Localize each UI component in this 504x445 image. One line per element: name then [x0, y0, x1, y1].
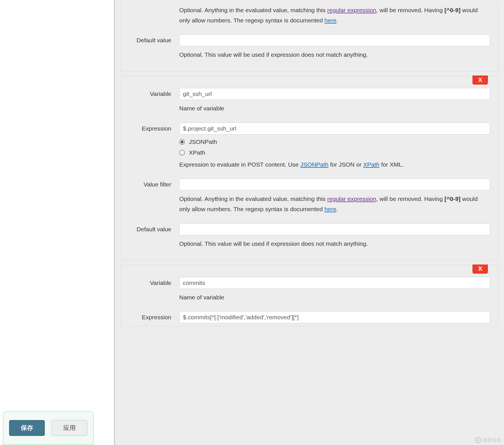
default-value-row: Default value Optional. This value will … [129, 34, 490, 60]
variable-help: Name of variable [179, 292, 490, 303]
expression-help: Expression to evaluate in POST content. … [179, 159, 490, 170]
variable-row: Variable Name of variable [129, 277, 490, 303]
regex-docs-link[interactable]: here [324, 206, 336, 212]
variable-input[interactable] [179, 277, 490, 289]
sidebar: 保存 应用 [0, 0, 115, 445]
radio-icon [179, 139, 185, 145]
delete-block-button[interactable]: X [473, 75, 488, 85]
save-button[interactable]: 保存 [9, 420, 45, 436]
xpath-radio-label: XPath [189, 149, 205, 156]
expression-label: Expression [129, 123, 179, 135]
variable-row: Variable Name of variable [129, 88, 490, 114]
variable-label: Variable [129, 88, 179, 100]
default-value-help: Optional. This value will be used if exp… [179, 239, 490, 249]
value-filter-row: Optional. Anything in the evaluated valu… [129, 2, 490, 25]
jsonpath-link[interactable]: JSONPath [300, 161, 328, 168]
expression-row: Expression [129, 311, 490, 323]
variable-block-2: X Variable Name of variable Expression [121, 265, 498, 327]
default-value-row: Default value Optional. This value will … [129, 223, 490, 249]
apply-button[interactable]: 应用 [52, 420, 87, 436]
variable-block-1: X Variable Name of variable Expression J… [121, 76, 498, 260]
variable-help: Name of variable [179, 103, 490, 114]
jsonpath-radio-label: JSONPath [189, 138, 217, 145]
expression-label: Expression [129, 311, 179, 323]
value-filter-help: Optional. Anything in the evaluated valu… [179, 194, 490, 214]
value-filter-row: Value filter Optional. Anything in the e… [129, 179, 490, 214]
variable-block-0: Optional. Anything in the evaluated valu… [121, 2, 498, 72]
radio-icon [179, 150, 185, 156]
expression-input[interactable] [179, 123, 490, 135]
value-filter-input[interactable] [179, 179, 490, 190]
expression-row: Expression JSONPath XPath Expression to … [129, 123, 490, 170]
default-value-input[interactable] [179, 34, 490, 46]
jsonpath-radio-row[interactable]: JSONPath [179, 138, 490, 145]
regular-expression-link[interactable]: regular expression [327, 196, 376, 202]
default-value-label: Default value [129, 34, 179, 46]
regular-expression-link[interactable]: regular expression [327, 7, 376, 13]
default-value-help: Optional. This value will be used if exp… [179, 50, 490, 60]
value-filter-label: Value filter [129, 179, 179, 190]
expression-input[interactable] [179, 311, 490, 323]
delete-block-button[interactable]: X [473, 265, 488, 274]
default-value-label: Default value [129, 223, 179, 235]
value-filter-help: Optional. Anything in the evaluated valu… [179, 5, 490, 25]
xpath-link[interactable]: XPath [363, 161, 379, 168]
default-value-input[interactable] [179, 223, 490, 235]
variable-input[interactable] [179, 88, 490, 100]
main-content: Optional. Anything in the evaluated valu… [115, 0, 504, 445]
regex-docs-link[interactable]: here [324, 17, 336, 24]
xpath-radio-row[interactable]: XPath [179, 149, 490, 156]
action-button-tray: 保存 应用 [3, 411, 94, 445]
variable-label: Variable [129, 277, 179, 289]
